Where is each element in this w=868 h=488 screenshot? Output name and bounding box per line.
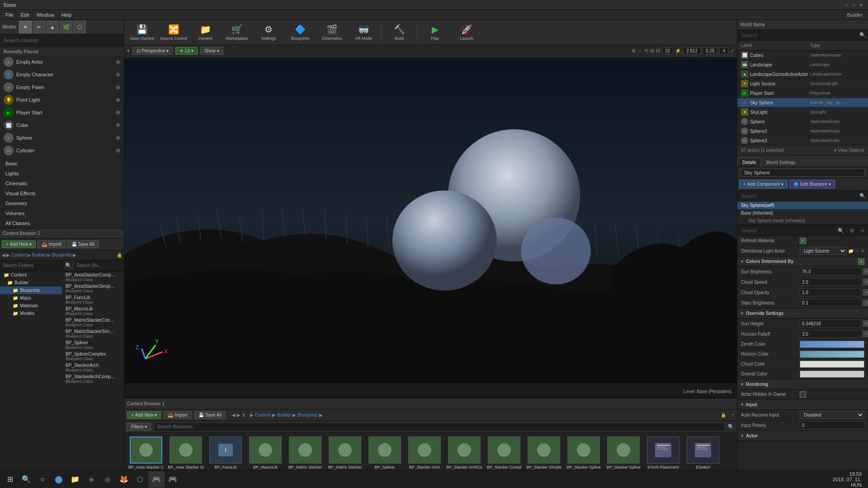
content-btn[interactable]: 📁 Content: [189, 21, 221, 44]
marketplace-btn[interactable]: 🛒 Marketplace: [221, 21, 253, 44]
mode-paint-btn[interactable]: ✏: [33, 21, 45, 33]
colors-determined-checkbox[interactable]: ✓: [858, 258, 864, 265]
cb-bread-builder[interactable]: Builder: [32, 253, 46, 258]
sun-height-reset[interactable]: ↺: [863, 320, 868, 327]
zenith-color-swatch[interactable]: [800, 341, 864, 348]
sun-brightness-input[interactable]: [800, 267, 862, 276]
empty-actor-add[interactable]: ⊕: [116, 59, 120, 65]
cube-add[interactable]: ⊕: [116, 122, 120, 128]
vp-maximize-icon[interactable]: ⤢: [730, 48, 734, 54]
asset-bp-area-stacker-comp[interactable]: BP_AreaStackerComp... Blueprint Class: [62, 272, 124, 283]
world-search-icon[interactable]: 🔍: [857, 30, 868, 41]
asset-bp-funclib[interactable]: BP_FuncLib Blueprint Class: [62, 294, 124, 305]
folder-blueprints[interactable]: 📁 Blueprints: [0, 286, 62, 294]
world-item-player-start[interactable]: ▶ Player Start PlayerStart: [737, 89, 868, 98]
bottom-import-btn[interactable]: 📥 Import: [164, 411, 191, 419]
cloud-color-swatch[interactable]: [800, 361, 864, 368]
cat-volumes[interactable]: Volumes: [0, 208, 124, 218]
cat-geometry[interactable]: Geometry: [0, 198, 124, 208]
placed-item-empty-actor[interactable]: ○ Empty Actor ⊕: [0, 56, 124, 68]
cat-all-classes[interactable]: All Classes: [0, 218, 124, 228]
taskbar-chrome-btn[interactable]: ⬤: [51, 471, 67, 488]
save-current-btn[interactable]: 💾 Save Current: [126, 21, 158, 44]
cb-nav-lock[interactable]: 🔒: [117, 253, 122, 258]
play-btn[interactable]: ▶ Play: [419, 21, 451, 44]
bottom-bread-content[interactable]: Content: [255, 413, 271, 418]
overall-color-swatch[interactable]: [800, 371, 864, 378]
asset-thumb-earch-placement[interactable]: EArch Placement: [645, 436, 681, 469]
show-btn[interactable]: Show ▾: [200, 47, 223, 55]
bottom-bread-blueprints[interactable]: Blueprints: [297, 413, 317, 418]
placed-item-empty-pawn[interactable]: ○ Empty Pawn ⊕: [0, 81, 124, 94]
placed-item-cube[interactable]: ⬜ Cube ⊕: [0, 119, 124, 131]
viewport[interactable]: X Y Z ▾ ⊡ Perspective ▾ ☀ Lit ▾: [124, 45, 737, 398]
taskbar-vs-btn[interactable]: ◈: [83, 471, 99, 488]
mode-geometry-btn[interactable]: ⬡: [73, 21, 86, 33]
bottom-expand-icon[interactable]: ⤢: [731, 413, 734, 418]
cloud-opacity-input[interactable]: [800, 288, 862, 296]
taskbar-windows-btn[interactable]: ⊞: [2, 471, 18, 488]
vp-icon1[interactable]: ⊕: [632, 48, 636, 54]
folder-maps[interactable]: 📁 Maps: [0, 294, 62, 302]
restore-btn[interactable]: □: [851, 2, 857, 8]
bottom-nav-up[interactable]: ⬆: [242, 413, 245, 418]
bottom-save-all-btn[interactable]: 💾 Save All: [194, 411, 226, 419]
perspective-btn[interactable]: ⊡ Perspective ▾: [132, 47, 173, 55]
dl-browse-icon[interactable]: 📁: [848, 249, 854, 253]
asset-thumb-bp-funclib[interactable]: f BP_FuncLib: [208, 436, 244, 469]
asset-bp-spliner[interactable]: BP_Spliner Blueprint Class: [62, 339, 124, 351]
cloud-speed-input[interactable]: [800, 278, 862, 286]
minimize-btn[interactable]: ─: [844, 2, 850, 8]
menu-file[interactable]: File: [2, 11, 17, 19]
mode-landscape-btn[interactable]: ▲: [46, 21, 59, 33]
cat-cinematic[interactable]: Cinematic: [0, 178, 124, 188]
vp-icon2[interactable]: ↔: [637, 48, 642, 54]
placed-item-point-light[interactable]: 💡 Point Light ⊕: [0, 94, 124, 106]
cb-nav-fwd[interactable]: ▶: [6, 253, 10, 258]
taskbar-firefox-btn[interactable]: 🦊: [116, 471, 132, 488]
blueprints-btn[interactable]: 🔷 Blueprints: [284, 21, 316, 44]
folder-content[interactable]: 📁 Content: [0, 271, 62, 279]
taskbar-cortana-btn[interactable]: ○: [34, 471, 51, 488]
bottom-add-new-btn[interactable]: + Add New ▾: [127, 411, 161, 419]
asset-thumb-bp-stacker-simple[interactable]: BP_Stacker Simple: [526, 436, 562, 469]
world-settings-tab[interactable]: World Settings: [761, 158, 801, 167]
cb-import-btn[interactable]: 📥 Import: [38, 240, 65, 248]
cb-nav-back[interactable]: ◀: [2, 253, 5, 258]
asset-thumb-eselect[interactable]: ESelect: [685, 436, 721, 469]
world-item-cubeo[interactable]: ⬜ Cubeo StaticMeshAction: [737, 51, 868, 60]
props-search-input[interactable]: [737, 228, 835, 233]
vr-mode-btn[interactable]: 🥽 VR Mode: [348, 21, 379, 44]
auto-receive-select[interactable]: Disabled: [800, 411, 864, 419]
world-item-sphere3[interactable]: ○ Sphere3 StaticMeshActor: [737, 136, 868, 145]
input-priority-input[interactable]: [800, 421, 864, 429]
add-component-btn[interactable]: + Add Component ▾: [739, 180, 788, 188]
world-item-sky-sphere[interactable]: ○ Sky Sphere Edit BP_Sky_Sp...: [737, 98, 868, 108]
cb-folder-search-input[interactable]: [0, 260, 63, 271]
cat-lights[interactable]: Lights: [0, 169, 124, 178]
directional-light-select[interactable]: Light Source: [800, 247, 847, 255]
cylinder-add[interactable]: ⊕: [116, 147, 120, 154]
vp-icon4[interactable]: ⊞: [650, 48, 654, 54]
asset-thumb-bp-stacker-complex[interactable]: BP_Stacker Complex: [486, 436, 522, 474]
cinematics-btn[interactable]: 🎬 Cinematics: [316, 21, 348, 44]
placed-item-empty-character[interactable]: 👤 Empty Character ⊕: [0, 68, 124, 81]
detail-name-input[interactable]: [741, 169, 864, 177]
search-classes-input[interactable]: [0, 34, 124, 46]
lit-btn[interactable]: ☀ Lit ▾: [175, 47, 198, 55]
bottom-nav-fwd[interactable]: ▶: [237, 413, 241, 418]
component-base-inherited[interactable]: Base (Inherited): [737, 209, 868, 217]
taskbar-steam-btn[interactable]: 🎮: [165, 471, 181, 488]
stars-brightness-reset[interactable]: ↺: [863, 300, 868, 306]
empty-character-add[interactable]: ⊕: [116, 71, 120, 78]
taskbar-epic-btn[interactable]: ⬡: [132, 471, 148, 488]
menu-help[interactable]: Help: [58, 11, 75, 19]
sun-brightness-reset[interactable]: ↺: [863, 268, 868, 275]
prop-override-header[interactable]: ▾ Override Settings: [737, 309, 868, 319]
vp-value1[interactable]: 10: [662, 47, 673, 54]
cb-bread-content[interactable]: Content: [11, 253, 27, 258]
vp-value3[interactable]: 0.25: [703, 47, 717, 54]
taskbar-ue4-running-btn[interactable]: 🎮: [148, 471, 165, 488]
details-tab[interactable]: Details: [737, 158, 761, 167]
menu-edit[interactable]: Edit: [17, 11, 33, 19]
